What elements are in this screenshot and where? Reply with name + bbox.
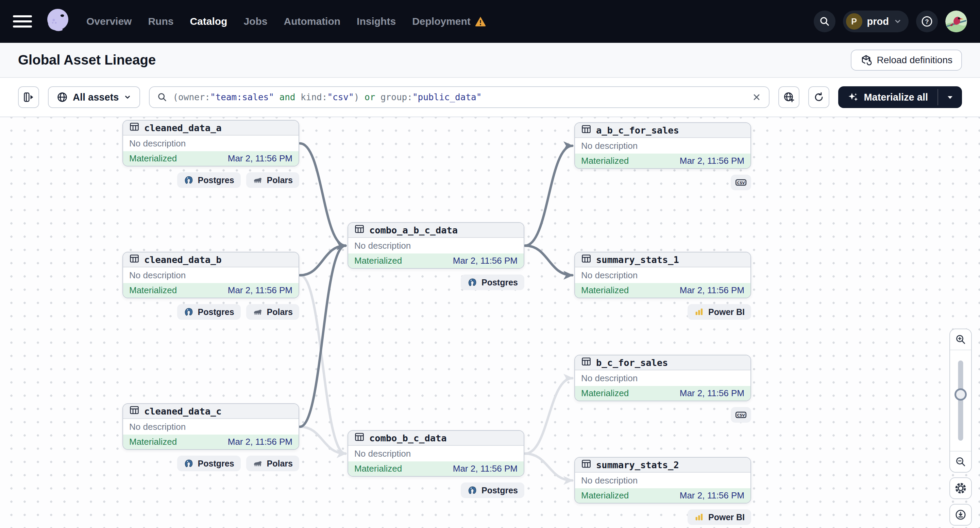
nav-item-label: Jobs bbox=[243, 16, 267, 27]
status-badge: Materialized bbox=[129, 153, 177, 164]
lineage-canvas[interactable]: cleaned_data_aNo descriptionMaterialized… bbox=[0, 117, 980, 528]
asset-name: combo_b_c_data bbox=[369, 433, 447, 443]
top-nav: OverviewRunsCatalogJobsAutomationInsight… bbox=[0, 0, 980, 43]
asset-node-footer: MaterializedMar 2, 11:56 PM bbox=[575, 283, 751, 298]
asset-node-summary_stats_2[interactable]: summary_stats_2No descriptionMaterialize… bbox=[574, 457, 751, 504]
zoom-out-button[interactable] bbox=[950, 451, 971, 472]
asset-description: No description bbox=[348, 446, 523, 461]
postgres-icon bbox=[184, 175, 194, 185]
asset-description: No description bbox=[123, 419, 299, 434]
asset-node-header: summary_stats_1 bbox=[575, 252, 751, 267]
help-button[interactable]: ? bbox=[916, 11, 938, 32]
asset-node-footer: MaterializedMar 2, 11:56 PM bbox=[123, 283, 299, 298]
reload-cube-icon bbox=[860, 54, 872, 66]
table-icon bbox=[581, 254, 591, 266]
zoom-in-button[interactable] bbox=[950, 329, 971, 350]
asset-node-a_b_c_for_sales[interactable]: a_b_c_for_salesNo descriptionMaterialize… bbox=[574, 122, 751, 169]
warning-icon bbox=[475, 16, 486, 27]
kind-tag-polars[interactable]: Polars bbox=[246, 304, 299, 320]
kind-tag-powerbi[interactable]: Power BI bbox=[687, 509, 751, 525]
asset-node-combo_b_c_data[interactable]: combo_b_c_dataNo descriptionMaterialized… bbox=[347, 430, 524, 477]
kind-tag-postgres[interactable]: Postgres bbox=[461, 482, 524, 498]
search-button[interactable] bbox=[814, 11, 835, 32]
page-header: Global Asset Lineage Reload definitions bbox=[0, 43, 980, 78]
asset-node-cleaned_data_c[interactable]: cleaned_data_cNo descriptionMaterialized… bbox=[123, 403, 299, 450]
asset-tags-row: PostgresPolars bbox=[123, 304, 299, 320]
kind-tag-postgres[interactable]: Postgres bbox=[177, 172, 241, 188]
materialization-timestamp: Mar 2, 11:56 PM bbox=[680, 490, 745, 501]
chevron-down-icon bbox=[124, 94, 131, 101]
new-catalog-view-button[interactable] bbox=[778, 86, 799, 108]
graph-settings-button[interactable] bbox=[950, 477, 972, 499]
kind-tag-polars[interactable]: Polars bbox=[246, 172, 299, 188]
kind-tag-powerbi[interactable]: Power BI bbox=[687, 304, 751, 320]
asset-description: No description bbox=[575, 267, 751, 283]
asset-name: summary_stats_2 bbox=[596, 460, 679, 470]
open-asset-panel-button[interactable] bbox=[18, 86, 39, 108]
kind-tag-postgres[interactable]: Postgres bbox=[461, 274, 524, 290]
hamburger-menu-icon[interactable] bbox=[13, 14, 32, 29]
postgres-icon bbox=[467, 277, 477, 287]
nav-item-automation[interactable]: Automation bbox=[283, 16, 340, 27]
nav-item-label: Insights bbox=[357, 16, 396, 27]
asset-scope-dropdown[interactable]: All assets bbox=[48, 86, 140, 108]
kind-tag-postgres[interactable]: Postgres bbox=[177, 304, 241, 320]
nav-item-deployment[interactable]: Deployment bbox=[412, 16, 486, 27]
nav-item-overview[interactable]: Overview bbox=[86, 16, 132, 27]
deployment-switcher[interactable]: P prod bbox=[843, 11, 908, 32]
asset-node-footer: MaterializedMar 2, 11:56 PM bbox=[575, 488, 751, 503]
asset-node-combo_a_b_c_data[interactable]: combo_a_b_c_dataNo descriptionMaterializ… bbox=[347, 222, 524, 269]
asset-node-summary_stats_1[interactable]: summary_stats_1No descriptionMaterialize… bbox=[574, 252, 751, 298]
kind-tag-label: Polars bbox=[267, 459, 293, 469]
lineage-toolbar: All assets (owner:"team:sales" and kind:… bbox=[0, 78, 980, 117]
kind-tag-postgres[interactable]: Postgres bbox=[177, 456, 241, 471]
lineage-edge-combo_b_c_data-to-summary_stats_2 bbox=[525, 453, 572, 480]
asset-node-cleaned_data_a[interactable]: cleaned_data_aNo descriptionMaterialized… bbox=[123, 120, 299, 166]
zoom-slider-track[interactable] bbox=[958, 360, 963, 441]
lineage-edge-cleaned_data_c-to-combo_a_b_c_data bbox=[300, 246, 345, 427]
nav-item-insights[interactable]: Insights bbox=[357, 16, 396, 27]
kind-tag-label: Postgres bbox=[198, 307, 234, 317]
asset-description: No description bbox=[348, 238, 523, 254]
nav-item-runs[interactable]: Runs bbox=[148, 16, 173, 27]
panel-expand-icon bbox=[23, 92, 34, 103]
refresh-button[interactable] bbox=[808, 86, 829, 108]
refresh-icon bbox=[813, 92, 824, 103]
asset-node-cleaned_data_b[interactable]: cleaned_data_bNo descriptionMaterialized… bbox=[123, 252, 299, 298]
status-badge: Materialized bbox=[581, 155, 629, 166]
materialization-timestamp: Mar 2, 11:56 PM bbox=[453, 255, 517, 266]
kind-tag-csv[interactable]: CSV bbox=[731, 407, 751, 423]
reload-definitions-button[interactable]: Reload definitions bbox=[851, 49, 962, 71]
nav-item-catalog[interactable]: Catalog bbox=[190, 16, 227, 27]
reload-definitions-label: Reload definitions bbox=[877, 55, 953, 66]
download-graph-button[interactable] bbox=[950, 504, 972, 526]
asset-tags-row: Postgres bbox=[347, 274, 524, 290]
asset-tags-row: PostgresPolars bbox=[123, 456, 299, 471]
asset-name: summary_stats_1 bbox=[596, 254, 679, 265]
kind-tag-csv[interactable]: CSV bbox=[731, 174, 751, 190]
clear-search-button[interactable] bbox=[752, 92, 761, 102]
lineage-edge-combo_a_b_c_data-to-a_b_c_for_sales bbox=[525, 146, 572, 246]
materialize-all-button[interactable]: Materialize all bbox=[838, 86, 937, 108]
asset-node-footer: MaterializedMar 2, 11:56 PM bbox=[348, 254, 523, 268]
kind-tag-polars[interactable]: Polars bbox=[246, 456, 299, 471]
materialization-timestamp: Mar 2, 11:56 PM bbox=[228, 153, 293, 164]
dagster-logo[interactable] bbox=[42, 6, 73, 37]
zoom-slider-handle[interactable] bbox=[955, 388, 967, 401]
download-icon bbox=[955, 509, 966, 520]
lineage-edge-combo_b_c_data-to-b_c_for_sales bbox=[525, 378, 572, 453]
user-avatar[interactable] bbox=[945, 11, 967, 32]
close-icon bbox=[752, 92, 761, 102]
nav-item-label: Runs bbox=[148, 16, 173, 27]
zoom-out-icon bbox=[955, 456, 966, 467]
materialize-options-button[interactable] bbox=[938, 86, 962, 108]
search-query-text: (owner:"team:sales" and kind:"csv") or g… bbox=[173, 92, 482, 102]
zoom-slider bbox=[950, 350, 971, 451]
nav-items: OverviewRunsCatalogJobsAutomationInsight… bbox=[86, 16, 486, 27]
asset-name: b_c_for_sales bbox=[596, 357, 668, 368]
asset-search-input[interactable]: (owner:"team:sales" and kind:"csv") or g… bbox=[149, 86, 770, 108]
sparkles-icon bbox=[848, 92, 859, 103]
asset-node-b_c_for_sales[interactable]: b_c_for_salesNo descriptionMaterializedM… bbox=[574, 355, 751, 401]
nav-item-jobs[interactable]: Jobs bbox=[243, 16, 267, 27]
asset-node-footer: MaterializedMar 2, 11:56 PM bbox=[123, 151, 299, 166]
